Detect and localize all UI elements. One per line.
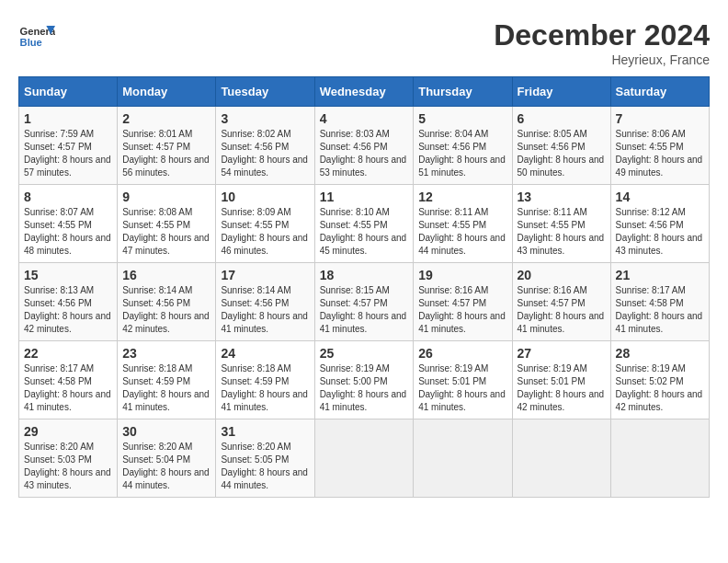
table-row: 16Sunrise: 8:14 AM Sunset: 4:56 PM Dayli… [118,263,216,341]
table-row: 10Sunrise: 8:09 AM Sunset: 4:55 PM Dayli… [216,185,314,263]
day-number: 24 [221,346,309,361]
table-row: 24Sunrise: 8:18 AM Sunset: 4:59 PM Dayli… [216,341,314,419]
day-info: Sunrise: 8:06 AM Sunset: 4:55 PM Dayligh… [616,128,704,179]
day-info: Sunrise: 8:20 AM Sunset: 5:05 PM Dayligh… [221,441,309,492]
day-info: Sunrise: 8:16 AM Sunset: 4:57 PM Dayligh… [518,284,606,336]
day-number: 31 [221,424,309,439]
table-row: 4Sunrise: 8:03 AM Sunset: 4:56 PM Daylig… [314,107,414,185]
table-row: 11Sunrise: 8:10 AM Sunset: 4:55 PM Dayli… [314,185,414,263]
day-info: Sunrise: 8:04 AM Sunset: 4:56 PM Dayligh… [418,128,506,179]
location: Heyrieux, France [494,52,710,67]
table-row: 25Sunrise: 8:19 AM Sunset: 5:00 PM Dayli… [314,341,414,419]
calendar-week-row: 22Sunrise: 8:17 AM Sunset: 4:58 PM Dayli… [19,341,710,419]
day-info: Sunrise: 8:14 AM Sunset: 4:56 PM Dayligh… [122,284,210,336]
calendar-header-row: Sunday Monday Tuesday Wednesday Thursday… [19,77,710,107]
day-info: Sunrise: 8:19 AM Sunset: 5:01 PM Dayligh… [518,362,606,414]
day-number: 28 [616,346,704,361]
day-number: 25 [320,346,409,361]
day-number: 29 [24,424,112,439]
col-tuesday: Tuesday [216,77,314,107]
page-header: General Blue December 2024 Heyrieux, Fra… [18,18,710,67]
day-number: 13 [518,190,606,204]
table-row: 3Sunrise: 8:02 AM Sunset: 4:56 PM Daylig… [216,107,314,185]
col-thursday: Thursday [414,77,512,107]
day-number: 6 [518,111,606,126]
table-row: 19Sunrise: 8:16 AM Sunset: 4:57 PM Dayli… [414,263,512,341]
day-info: Sunrise: 8:07 AM Sunset: 4:55 PM Dayligh… [24,206,112,258]
day-info: Sunrise: 8:19 AM Sunset: 5:01 PM Dayligh… [418,362,506,414]
day-number: 19 [418,268,506,282]
day-number: 12 [418,190,506,204]
day-number: 15 [24,268,112,282]
table-row: 29Sunrise: 8:20 AM Sunset: 5:03 PM Dayli… [19,419,118,498]
day-number: 30 [122,424,210,439]
day-info: Sunrise: 8:17 AM Sunset: 4:58 PM Dayligh… [616,284,704,336]
table-row: 17Sunrise: 8:14 AM Sunset: 4:56 PM Dayli… [216,263,314,341]
table-row: 28Sunrise: 8:19 AM Sunset: 5:02 PM Dayli… [610,341,709,419]
day-info: Sunrise: 8:12 AM Sunset: 4:56 PM Dayligh… [616,206,704,258]
day-info: Sunrise: 8:02 AM Sunset: 4:56 PM Dayligh… [221,128,309,179]
day-info: Sunrise: 8:16 AM Sunset: 4:57 PM Dayligh… [418,284,506,336]
table-row: 15Sunrise: 8:13 AM Sunset: 4:56 PM Dayli… [19,263,118,341]
day-number: 21 [616,268,704,282]
day-number: 3 [221,111,309,126]
table-row: 26Sunrise: 8:19 AM Sunset: 5:01 PM Dayli… [414,341,512,419]
day-number: 7 [616,111,704,126]
table-row: 20Sunrise: 8:16 AM Sunset: 4:57 PM Dayli… [512,263,610,341]
table-row [414,419,512,498]
col-saturday: Saturday [610,77,709,107]
table-row: 21Sunrise: 8:17 AM Sunset: 4:58 PM Dayli… [610,263,709,341]
day-number: 11 [320,190,409,204]
day-info: Sunrise: 8:08 AM Sunset: 4:55 PM Dayligh… [122,206,210,258]
logo-icon: General Blue [18,18,55,55]
day-info: Sunrise: 8:13 AM Sunset: 4:56 PM Dayligh… [24,284,112,336]
day-info: Sunrise: 7:59 AM Sunset: 4:57 PM Dayligh… [24,128,112,179]
calendar-table: Sunday Monday Tuesday Wednesday Thursday… [18,76,710,498]
day-info: Sunrise: 8:01 AM Sunset: 4:57 PM Dayligh… [122,128,210,179]
day-info: Sunrise: 8:05 AM Sunset: 4:56 PM Dayligh… [518,128,606,179]
table-row: 22Sunrise: 8:17 AM Sunset: 4:58 PM Dayli… [19,341,118,419]
calendar-week-row: 8Sunrise: 8:07 AM Sunset: 4:55 PM Daylig… [19,185,710,263]
calendar-week-row: 29Sunrise: 8:20 AM Sunset: 5:03 PM Dayli… [19,419,710,498]
day-info: Sunrise: 8:09 AM Sunset: 4:55 PM Dayligh… [221,206,309,258]
calendar-week-row: 15Sunrise: 8:13 AM Sunset: 4:56 PM Dayli… [19,263,710,341]
day-number: 14 [616,190,704,204]
day-number: 27 [518,346,606,361]
table-row: 18Sunrise: 8:15 AM Sunset: 4:57 PM Dayli… [314,263,414,341]
day-number: 22 [24,346,112,361]
day-number: 9 [122,190,210,204]
table-row: 30Sunrise: 8:20 AM Sunset: 5:04 PM Dayli… [118,419,216,498]
day-number: 1 [24,111,112,126]
day-info: Sunrise: 8:18 AM Sunset: 4:59 PM Dayligh… [122,362,210,414]
day-info: Sunrise: 8:19 AM Sunset: 5:00 PM Dayligh… [320,362,409,414]
table-row: 7Sunrise: 8:06 AM Sunset: 4:55 PM Daylig… [610,107,709,185]
day-number: 18 [320,268,409,282]
table-row: 23Sunrise: 8:18 AM Sunset: 4:59 PM Dayli… [118,341,216,419]
day-info: Sunrise: 8:20 AM Sunset: 5:03 PM Dayligh… [24,441,112,492]
table-row: 9Sunrise: 8:08 AM Sunset: 4:55 PM Daylig… [118,185,216,263]
table-row: 13Sunrise: 8:11 AM Sunset: 4:55 PM Dayli… [512,185,610,263]
col-wednesday: Wednesday [314,77,414,107]
month-title: December 2024 [494,18,710,52]
day-info: Sunrise: 8:20 AM Sunset: 5:04 PM Dayligh… [122,441,210,492]
day-number: 17 [221,268,309,282]
day-info: Sunrise: 8:11 AM Sunset: 4:55 PM Dayligh… [518,206,606,258]
table-row: 27Sunrise: 8:19 AM Sunset: 5:01 PM Dayli… [512,341,610,419]
day-number: 20 [518,268,606,282]
day-info: Sunrise: 8:11 AM Sunset: 4:55 PM Dayligh… [418,206,506,258]
day-number: 10 [221,190,309,204]
day-number: 23 [122,346,210,361]
table-row: 14Sunrise: 8:12 AM Sunset: 4:56 PM Dayli… [610,185,709,263]
table-row [512,419,610,498]
col-monday: Monday [118,77,216,107]
table-row: 8Sunrise: 8:07 AM Sunset: 4:55 PM Daylig… [19,185,118,263]
table-row: 12Sunrise: 8:11 AM Sunset: 4:55 PM Dayli… [414,185,512,263]
table-row: 1Sunrise: 7:59 AM Sunset: 4:57 PM Daylig… [19,107,118,185]
title-area: December 2024 Heyrieux, France [494,18,710,67]
day-info: Sunrise: 8:03 AM Sunset: 4:56 PM Dayligh… [320,128,409,179]
svg-text:Blue: Blue [20,37,42,48]
calendar-week-row: 1Sunrise: 7:59 AM Sunset: 4:57 PM Daylig… [19,107,710,185]
day-info: Sunrise: 8:18 AM Sunset: 4:59 PM Dayligh… [221,362,309,414]
col-sunday: Sunday [19,77,118,107]
day-number: 2 [122,111,210,126]
